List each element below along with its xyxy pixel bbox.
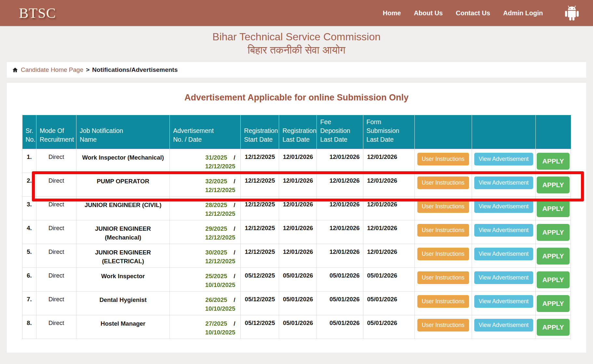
site-title-block: Bihar Technical Service Commission बिहार… xyxy=(0,26,593,57)
home-icon xyxy=(12,67,18,73)
apply-button[interactable]: APPLY xyxy=(537,319,569,336)
user-instructions-button[interactable]: User Instructions xyxy=(417,319,469,332)
user-instructions-button[interactable]: User Instructions xyxy=(417,271,469,284)
breadcrumb-candidate-home-link[interactable]: Candidate Home Page xyxy=(21,66,83,73)
apply-button[interactable]: APPLY xyxy=(537,200,569,217)
cell-registration-start-date: 12/12/2025 xyxy=(241,244,279,267)
user-instructions-button[interactable]: User Instructions xyxy=(417,248,469,260)
nav-item-admin-login[interactable]: Admin Login xyxy=(503,9,543,17)
cell-registration-last-date: 05/01/2026 xyxy=(279,291,317,315)
cell-advertisement-no-date: 32/2025/ 12/12/2025 xyxy=(170,173,241,196)
apply-button[interactable]: APPLY xyxy=(537,224,569,241)
cell-apply: APPLY xyxy=(535,291,571,315)
cell-mode-of-recruitment: Direct xyxy=(36,267,76,291)
column-header-actions-2 xyxy=(472,115,535,149)
column-header-actions-1 xyxy=(414,115,472,149)
apply-button[interactable]: APPLY xyxy=(537,295,569,312)
android-app-icon[interactable] xyxy=(564,5,579,21)
apply-button[interactable]: APPLY xyxy=(537,153,569,170)
apply-button[interactable]: APPLY xyxy=(537,271,569,289)
column-header-actions-3 xyxy=(535,115,571,149)
cell-registration-start-date: 12/12/2025 xyxy=(241,220,279,244)
cell-job-notification-name: JUNIOR ENGINEER (CIVIL) xyxy=(76,196,170,220)
column-header-reg-last: Registration Last Date xyxy=(279,115,317,149)
user-instructions-button[interactable]: User Instructions xyxy=(417,295,469,308)
user-instructions-button[interactable]: User Instructions xyxy=(417,200,469,213)
column-header-form-last: Form Submission Last Date xyxy=(363,115,414,149)
cell-job-notification-name: Work Inspector xyxy=(76,267,170,291)
column-header-fee-last: Fee Deposition Last Date xyxy=(317,115,363,149)
user-instructions-button[interactable]: User Instructions xyxy=(417,176,469,189)
advertisement-slash: / xyxy=(234,273,235,280)
cell-registration-last-date: 12/01/2026 xyxy=(279,196,317,220)
cell-form-submission-last-date: 05/01/2026 xyxy=(363,315,414,339)
advertisements-table: Sr. No. Mode Of Recruitment Job Notifica… xyxy=(22,115,571,339)
cell-registration-last-date: 12/01/2026 xyxy=(279,220,317,244)
cell-registration-last-date: 05/01/2026 xyxy=(279,267,317,291)
view-advertisement-button[interactable]: View Advertisement xyxy=(474,176,533,189)
cell-form-submission-last-date: 05/01/2026 xyxy=(363,291,414,315)
cell-fee-deposition-last-date: 12/01/2026 xyxy=(317,196,363,220)
view-advertisement-button[interactable]: View Advertisement xyxy=(474,319,533,332)
cell-mode-of-recruitment: Direct xyxy=(36,149,76,173)
table-row: 7. Direct Dental Hygienist 26/2025/ 10/1… xyxy=(22,291,571,315)
page-title: Advertisement Applicable for online Subm… xyxy=(7,93,586,103)
cell-sr-no: 2. xyxy=(22,173,36,196)
nav-item-home[interactable]: Home xyxy=(383,9,401,17)
breadcrumb: Candidate Home Page > Notifications/Adve… xyxy=(7,62,586,78)
cell-form-submission-last-date: 12/01/2026 xyxy=(363,196,414,220)
cell-advertisement-no-date: 26/2025/ 10/10/2025 xyxy=(170,291,241,315)
apply-button[interactable]: APPLY xyxy=(537,248,569,265)
cell-sr-no: 4. xyxy=(22,220,36,244)
cell-fee-deposition-last-date: 05/01/2026 xyxy=(317,267,363,291)
table-row: 4. Direct JUNIOR ENGINEER (Mechanical) 2… xyxy=(22,220,571,244)
cell-mode-of-recruitment: Direct xyxy=(36,196,76,220)
cell-apply: APPLY xyxy=(535,173,571,196)
user-instructions-button[interactable]: User Instructions xyxy=(417,224,469,237)
cell-view-advertisement: View Advertisement xyxy=(472,244,535,267)
view-advertisement-button[interactable]: View Advertisement xyxy=(474,295,533,308)
view-advertisement-button[interactable]: View Advertisement xyxy=(474,224,533,237)
column-header-sr-no: Sr. No. xyxy=(22,115,36,149)
cell-mode-of-recruitment: Direct xyxy=(36,244,76,267)
cell-fee-deposition-last-date: 05/01/2026 xyxy=(317,315,363,339)
cell-mode-of-recruitment: Direct xyxy=(36,315,76,339)
view-advertisement-button[interactable]: View Advertisement xyxy=(474,200,533,213)
cell-advertisement-no-date: 27/2025/ 10/10/2025 xyxy=(170,315,241,339)
cell-view-advertisement: View Advertisement xyxy=(472,149,535,173)
table-row: 8. Direct Hostel Manager 27/2025/ 10/10/… xyxy=(22,315,571,339)
column-header-reg-start: Registration Start Date xyxy=(241,115,279,149)
top-navigation-bar: BTSC Home About Us Contact Us Admin Logi… xyxy=(0,0,593,26)
cell-advertisement-no-date: 30/2025/ 12/12/2025 xyxy=(170,244,241,267)
cell-fee-deposition-last-date: 05/01/2026 xyxy=(317,291,363,315)
nav-item-about-us[interactable]: About Us xyxy=(414,9,443,17)
table-header-row: Sr. No. Mode Of Recruitment Job Notifica… xyxy=(22,115,571,149)
cell-registration-last-date: 12/01/2026 xyxy=(279,173,317,196)
cell-user-instructions: User Instructions xyxy=(414,173,472,196)
view-advertisement-button[interactable]: View Advertisement xyxy=(474,153,533,165)
cell-form-submission-last-date: 12/01/2026 xyxy=(363,220,414,244)
table-row: 6. Direct Work Inspector 25/2025/ 10/10/… xyxy=(22,267,571,291)
cell-apply: APPLY xyxy=(535,220,571,244)
cell-user-instructions: User Instructions xyxy=(414,149,472,173)
cell-job-notification-name: PUMP OPERATOR xyxy=(76,173,170,196)
cell-sr-no: 5. xyxy=(22,244,36,267)
nav-item-contact-us[interactable]: Contact Us xyxy=(456,9,490,17)
advertisement-slash: / xyxy=(234,296,235,303)
cell-user-instructions: User Instructions xyxy=(414,220,472,244)
advertisement-slash: / xyxy=(234,225,235,232)
site-title-english: Bihar Technical Service Commission xyxy=(0,31,593,43)
cell-advertisement-no-date: 28/2025/ 12/12/2025 xyxy=(170,196,241,220)
cell-user-instructions: User Instructions xyxy=(414,196,472,220)
content-card: Advertisement Applicable for online Subm… xyxy=(7,83,586,353)
view-advertisement-button[interactable]: View Advertisement xyxy=(474,271,533,284)
view-advertisement-button[interactable]: View Advertisement xyxy=(474,248,533,260)
cell-registration-start-date: 05/12/2025 xyxy=(241,291,279,315)
user-instructions-button[interactable]: User Instructions xyxy=(417,153,469,165)
cell-registration-start-date: 05/12/2025 xyxy=(241,315,279,339)
cell-job-notification-name: Dental Hygienist xyxy=(76,291,170,315)
table-row: 2. Direct PUMP OPERATOR 32/2025/ 12/12/2… xyxy=(22,173,571,196)
cell-user-instructions: User Instructions xyxy=(414,267,472,291)
apply-button[interactable]: APPLY xyxy=(537,176,569,194)
column-header-job-name: Job Notification Name xyxy=(76,115,170,149)
